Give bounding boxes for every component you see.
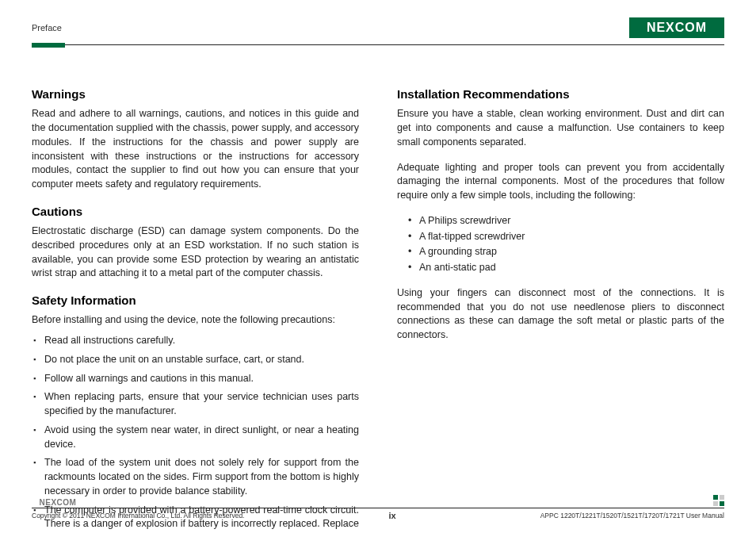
footer-logo-text: NEXCOM — [40, 498, 77, 507]
cautions-body: Electrostatic discharge (ESD) can damage… — [32, 224, 359, 281]
list-item: The load of the system unit does not sol… — [44, 456, 359, 498]
safety-intro: Before installing and using the device, … — [32, 313, 359, 328]
list-item: A flat-tipped screwdriver — [419, 230, 724, 244]
list-item: When replacing parts, ensure that your s… — [44, 390, 359, 419]
logo-text: NEXCOM — [647, 21, 707, 35]
list-item: An anti-static pad — [419, 261, 724, 275]
footer-row: Copyright © 2011 NEXCOM International Co… — [32, 511, 724, 520]
page-footer: NEXCOM Copyright © 2011 NEXCOM Internati… — [32, 497, 724, 520]
warnings-heading: Warnings — [32, 86, 359, 102]
footer-logo: NEXCOM — [32, 497, 84, 508]
header-section-label: Preface — [32, 23, 62, 33]
footer-decoration-icon — [713, 495, 724, 506]
install-p2: Adequate lighting and proper tools can p… — [397, 161, 724, 203]
warnings-body: Read and adhere to all warnings, caution… — [32, 107, 359, 192]
page-header: Preface NEXCOM — [32, 16, 724, 40]
list-item: Read all instructions carefully. — [44, 334, 359, 348]
safety-heading: Safety Information — [32, 292, 359, 309]
list-item: A grounding strap — [419, 245, 724, 259]
list-item: Do not place the unit on an unstable sur… — [44, 353, 359, 367]
install-p3: Using your fingers can disconnect most o… — [397, 286, 724, 343]
tools-list: A Philips screwdriver A flat-tipped scre… — [397, 214, 724, 275]
copyright-text: Copyright © 2011 NEXCOM International Co… — [32, 512, 244, 520]
right-column: Installation Recommendations Ensure you … — [397, 86, 724, 533]
list-item: Avoid using the system near water, in di… — [44, 424, 359, 452]
left-column: Warnings Read and adhere to all warnings… — [32, 86, 359, 533]
content-area: Warnings Read and adhere to all warnings… — [32, 86, 724, 533]
list-item: Follow all warnings and cautions in this… — [44, 372, 359, 386]
nexcom-logo: NEXCOM — [629, 17, 724, 38]
list-item: A Philips screwdriver — [419, 214, 724, 228]
header-rule — [32, 43, 724, 48]
install-heading: Installation Recommendations — [397, 86, 724, 102]
page-number: ix — [388, 511, 395, 520]
cautions-heading: Cautions — [32, 203, 359, 220]
document-id: APPC 1220T/1221T/1520T/1521T/1720T/1721T… — [540, 512, 724, 520]
install-p1: Ensure you have a stable, clean working … — [397, 107, 724, 149]
